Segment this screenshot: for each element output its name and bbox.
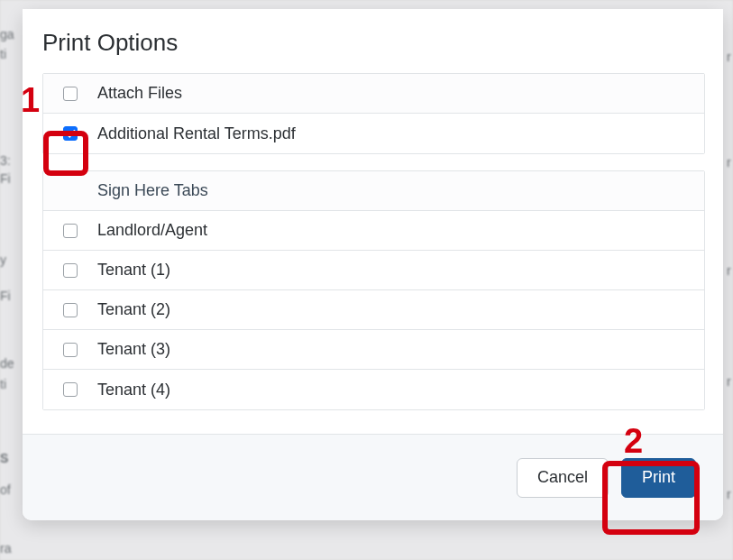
sign-here-checkbox-1[interactable] xyxy=(63,263,78,278)
print-button[interactable]: Print xyxy=(621,458,696,498)
dialog-footer: Cancel Print xyxy=(23,434,723,520)
sign-here-header-label: Sign Here Tabs xyxy=(97,181,704,200)
sign-here-checkbox-0[interactable] xyxy=(63,224,78,238)
dialog-body: Print Options Attach Files Additional Re… xyxy=(23,9,723,434)
sign-here-checkbox-3[interactable] xyxy=(63,343,78,357)
print-options-dialog: Print Options Attach Files Additional Re… xyxy=(23,9,723,520)
list-item[interactable]: Landlord/Agent xyxy=(43,211,704,251)
list-item[interactable]: Tenant (1) xyxy=(43,251,704,290)
attach-files-item-checkbox[interactable] xyxy=(63,126,78,141)
list-item[interactable]: Tenant (2) xyxy=(43,290,704,330)
sign-here-label-1: Tenant (1) xyxy=(97,261,704,280)
attach-files-header-checkbox[interactable] xyxy=(63,87,78,101)
list-item[interactable]: Tenant (3) xyxy=(43,330,704,370)
list-item[interactable]: Tenant (4) xyxy=(43,370,704,409)
sign-here-label-4: Tenant (4) xyxy=(97,381,704,399)
sign-here-label-0: Landlord/Agent xyxy=(97,221,704,240)
attach-files-item-label: Additional Rental Terms.pdf xyxy=(97,124,704,143)
sign-here-checkbox-2[interactable] xyxy=(63,303,78,317)
dialog-title: Print Options xyxy=(42,29,705,57)
attach-files-item-row[interactable]: Additional Rental Terms.pdf xyxy=(43,114,704,153)
attach-files-header-row[interactable]: Attach Files xyxy=(43,74,704,114)
attach-files-section: Attach Files Additional Rental Terms.pdf xyxy=(42,73,705,154)
sign-here-checkbox-4[interactable] xyxy=(63,382,78,397)
sign-here-section: Sign Here Tabs Landlord/Agent Tenant (1)… xyxy=(42,170,705,410)
sign-here-label-2: Tenant (2) xyxy=(97,300,704,319)
cancel-button[interactable]: Cancel xyxy=(517,458,609,498)
sign-here-label-3: Tenant (3) xyxy=(97,340,704,359)
sign-here-header-row: Sign Here Tabs xyxy=(43,171,704,211)
attach-files-header-label: Attach Files xyxy=(97,84,704,103)
